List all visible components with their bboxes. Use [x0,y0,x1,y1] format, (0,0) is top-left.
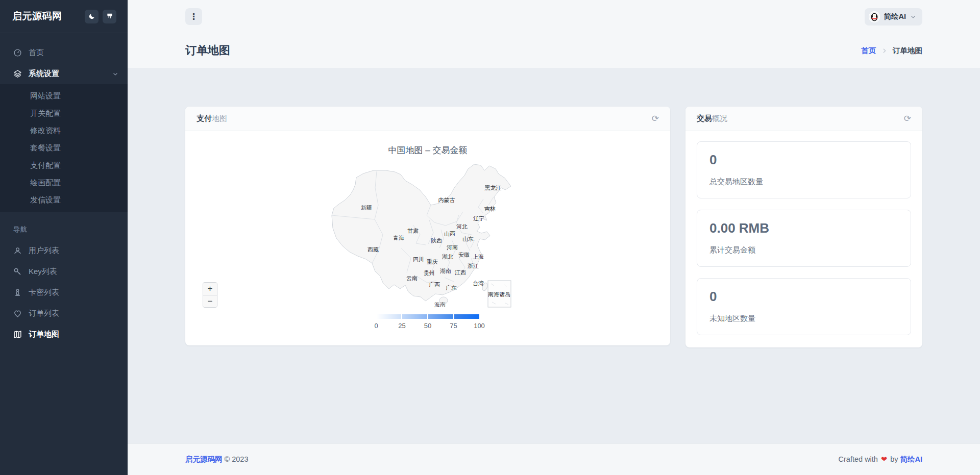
map-region-label[interactable]: 陕西 [431,237,442,243]
sidebar-logo-bar: 启元源码网 [0,0,128,33]
chevron-down-icon [910,14,916,20]
map-region-label[interactable]: 广东 [446,285,457,291]
legend-tick: 0 [374,322,378,330]
map-region-label[interactable]: 南海诸岛 [488,291,510,297]
stat-label: 总交易地区数量 [709,177,898,187]
map-region-label[interactable]: 浙江 [468,263,479,269]
sidebar-subitem-switch-config[interactable]: 开关配置 [0,105,128,122]
stat-unknown-regions: 0 未知地区数量 [697,278,911,335]
zoom-in-button[interactable]: + [203,283,217,295]
page-title: 订单地图 [185,43,230,58]
stat-value: 0 [709,289,898,305]
map-region-label[interactable]: 河南 [447,244,458,251]
map-region-label[interactable]: 新疆 [361,205,372,211]
map-region-label[interactable]: 青海 [393,235,404,241]
map-region-label[interactable]: 海南 [434,302,446,308]
map-region-label[interactable]: 河北 [456,223,468,230]
dark-mode-button[interactable] [85,10,99,23]
legend-tick: 75 [450,322,457,330]
map-zoom-control: + − [203,282,217,308]
chevron-down-icon [112,71,118,77]
sidebar-subitem-drawing-config[interactable]: 绘画配置 [0,174,128,191]
sidebar-item-key-list[interactable]: Key列表 [0,261,128,282]
sidebar-submenu: 网站设置 开关配置 修改资料 套餐设置 支付配置 绘画配置 发信设置 [0,84,128,212]
breadcrumb-current: 订单地图 [893,46,922,56]
map-region-label[interactable]: 甘肃 [407,228,419,234]
theme-button[interactable] [103,10,116,23]
sidebar-subitem-mail-settings[interactable]: 发信设置 [0,191,128,209]
map-region-label[interactable]: 安徽 [458,252,470,258]
stats-card-title: 交易概况 [697,114,727,123]
map-icon [13,330,22,339]
refresh-icon[interactable]: ⟳ [652,114,659,123]
qq-penguin-icon [869,11,880,22]
sidebar-item-system-settings[interactable]: 系统设置 [0,63,128,84]
footer-by-text: by [890,455,898,463]
map-region-label[interactable]: 广西 [429,282,440,288]
sidebar-item-label: 卡密列表 [29,288,118,297]
stamp-icon [13,288,22,297]
sidebar-item-card-key-list[interactable]: 卡密列表 [0,282,128,303]
sidebar-subitem-payment-config[interactable]: 支付配置 [0,157,128,174]
footer: 启元源码网 © 2023 Crafted with ❤ by 简绘AI [128,443,980,475]
sidebar-item-home[interactable]: 首页 [0,42,128,63]
sidebar-subitem-site-settings[interactable]: 网站设置 [0,87,128,105]
sidebar-item-user-list[interactable]: 用户列表 [0,240,128,261]
china-outline[interactable] [332,164,511,301]
sidebar-item-order-map[interactable]: 订单地图 [0,324,128,345]
map-region-label[interactable]: 台湾 [473,280,484,286]
footer-site-link[interactable]: 启元源码网 [185,455,223,463]
stat-total-amount: 0.00 RMB 累计交易金额 [697,210,911,267]
sidebar-item-label: 用户列表 [29,246,118,256]
map-region-label[interactable]: 重庆 [427,259,438,265]
legend-gradient-bar[interactable] [376,314,479,319]
sidebar-subitem-plan-settings[interactable]: 套餐设置 [0,139,128,157]
breadcrumb: 首页 订单地图 [861,46,922,56]
map-region-label[interactable]: 湖南 [439,268,451,274]
map-region-label[interactable]: 湖北 [442,254,453,260]
legend-tick: 50 [424,322,431,330]
china-map-svg[interactable]: 新疆西藏青海甘肃内蒙古黑龙江吉林辽宁河北山西陕西山东河南安徽上海四川重庆湖北浙江… [326,158,530,314]
map-region-label[interactable]: 辽宁 [473,215,484,221]
main-area: ⋮ 简绘AI 订单地图 首页 订单地图 [128,0,980,475]
map-region-label[interactable]: 山西 [444,231,455,237]
footer-copyright: © 2023 [225,455,249,463]
map-card-header: 支付地图 ⟳ [185,107,670,131]
breadcrumb-home-link[interactable]: 首页 [861,46,876,56]
sidebar-section-label: 导航 [0,225,128,240]
footer-author-link[interactable]: 简绘AI [900,455,923,463]
map-region-label[interactable]: 吉林 [484,206,496,212]
payment-map-card: 支付地图 ⟳ 中国地图 – 交易金额 新疆西藏青海甘肃内蒙古黑龙江吉林辽宁河北山… [185,107,670,345]
legend-tick: 100 [474,322,485,330]
topbar: ⋮ 简绘AI [128,0,980,33]
zoom-out-button[interactable]: − [203,295,217,307]
sidebar-menu: 首页 系统设置 网站设置 开关配置 修改资料 套餐设置 支付配置 绘画配置 发信… [0,33,128,345]
sidebar-item-order-list[interactable]: 订单列表 [0,303,128,324]
map-legend: 0 25 50 75 100 [376,314,479,330]
more-vertical-button[interactable]: ⋮ [185,8,202,25]
sidebar-subitem-edit-profile[interactable]: 修改资料 [0,122,128,139]
map-region-label[interactable]: 内蒙古 [438,197,455,203]
map-region-label[interactable]: 上海 [473,254,484,260]
sidebar-item-label: 订单地图 [29,330,118,339]
more-vertical-icon: ⋮ [189,11,198,22]
moon-icon [88,13,95,20]
refresh-icon[interactable]: ⟳ [904,114,911,123]
footer-right: Crafted with ❤ by 简绘AI [839,455,922,464]
app-logo: 启元源码网 [12,10,62,23]
map-region-label[interactable]: 西藏 [368,246,379,253]
map-region-label[interactable]: 云南 [406,275,418,281]
gauge-icon [13,48,22,57]
map-region-label[interactable]: 贵州 [424,270,435,276]
map-region-label[interactable]: 四川 [413,256,424,262]
user-menu[interactable]: 简绘AI [865,8,923,26]
map-region-label[interactable]: 山东 [462,236,474,242]
page-header: 订单地图 首页 订单地图 [128,33,980,68]
user-icon [13,246,22,255]
map-region-label[interactable]: 江西 [454,269,466,276]
footer-crafted-text: Crafted with [839,455,878,463]
user-name: 简绘AI [884,12,906,21]
brush-icon [106,13,113,20]
sidebar-item-label: Key列表 [29,267,118,277]
map-region-label[interactable]: 黑龙江 [485,185,502,191]
